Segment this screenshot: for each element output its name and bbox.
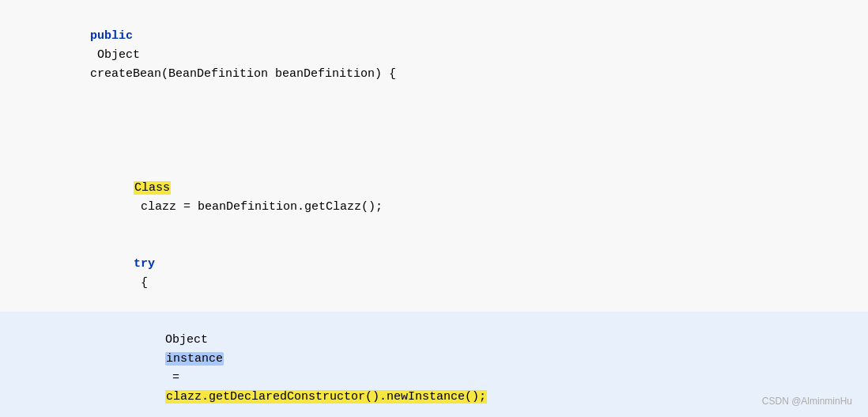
code-line-3: Class clazz = beanDefinition.getClazz(); <box>0 160 868 236</box>
watermark: CSDN @AlminminHu <box>762 394 852 409</box>
keyword-try: try <box>134 257 155 271</box>
keyword-class: Class <box>134 181 171 195</box>
code-line-5: Object instance = clazz.getDeclaredConst… <box>0 312 868 417</box>
highlight-instance-1: instance <box>165 352 224 366</box>
keyword-public: public <box>90 29 133 43</box>
code-line-4: try { <box>0 236 868 312</box>
code-editor: public Object createBean(BeanDefinition … <box>0 0 868 417</box>
code-line-2 <box>0 103 868 160</box>
code-line-1: public Object createBean(BeanDefinition … <box>0 8 868 103</box>
